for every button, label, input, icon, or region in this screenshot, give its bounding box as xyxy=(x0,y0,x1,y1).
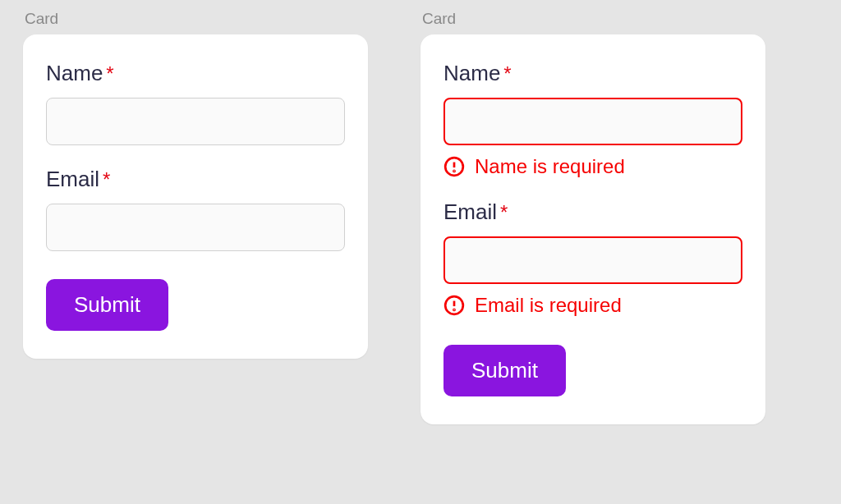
alert-circle-icon xyxy=(443,295,465,316)
submit-button[interactable]: Submit xyxy=(443,345,566,396)
error-message-row: Name is required xyxy=(443,155,742,178)
label-row: Email * xyxy=(443,199,742,225)
form-group-name: Name * Name is required xyxy=(443,61,742,178)
email-error-text: Email is required xyxy=(475,294,622,317)
submit-button[interactable]: Submit xyxy=(46,279,168,331)
card-title: Card xyxy=(23,10,368,28)
form-group-name: Name * xyxy=(46,61,345,145)
alert-circle-icon xyxy=(443,156,465,177)
email-label: Email xyxy=(46,167,99,192)
email-input[interactable] xyxy=(46,204,345,251)
card-title: Card xyxy=(420,10,765,28)
label-row: Name * xyxy=(46,61,345,86)
required-indicator: * xyxy=(106,62,113,85)
form-group-email: Email * Email is required xyxy=(443,199,742,317)
card-column-left: Card Name * Email * Submit xyxy=(23,10,368,359)
name-input[interactable] xyxy=(46,98,345,145)
svg-point-5 xyxy=(453,309,454,310)
required-indicator: * xyxy=(503,62,511,85)
card: Name * Name is required Email * xyxy=(420,34,765,424)
name-label: Name xyxy=(46,61,103,86)
name-error-text: Name is required xyxy=(475,155,625,178)
card: Name * Email * Submit xyxy=(23,34,368,359)
card-column-right: Card Name * Name is required Email * xyxy=(420,10,765,424)
svg-point-2 xyxy=(453,171,454,172)
name-label: Name xyxy=(443,61,500,86)
email-label: Email xyxy=(443,199,497,225)
form-group-email: Email * xyxy=(46,167,345,251)
label-row: Name * xyxy=(443,61,742,86)
name-input[interactable] xyxy=(443,98,742,145)
required-indicator: * xyxy=(500,201,508,224)
label-row: Email * xyxy=(46,167,345,192)
error-message-row: Email is required xyxy=(443,294,742,317)
email-input[interactable] xyxy=(443,236,742,284)
required-indicator: * xyxy=(103,168,110,191)
